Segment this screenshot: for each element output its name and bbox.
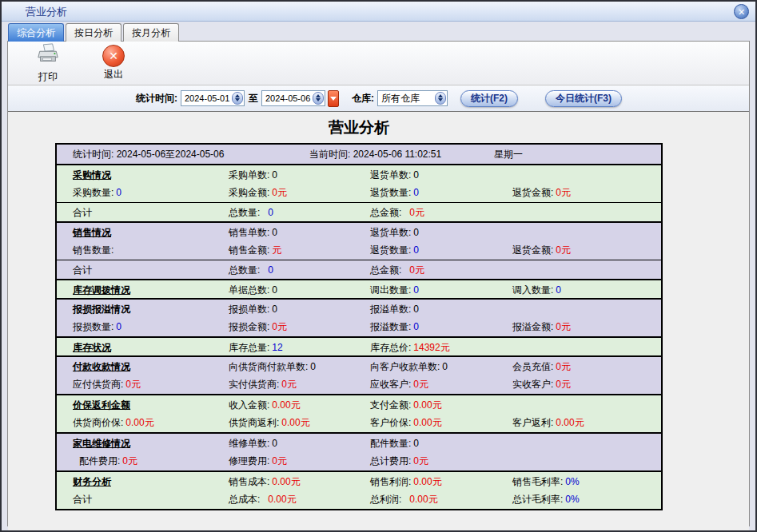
report-cell: 统计时间: 2024-05-06至2024-05-06 bbox=[73, 145, 224, 164]
spinner-up-icon bbox=[316, 94, 321, 97]
report-row: 销售情况销售单数:0退货单数:0 bbox=[57, 221, 661, 240]
report-cell: 修理费用:0元 bbox=[229, 451, 287, 470]
report-cell: 退货金额:0元 bbox=[512, 240, 571, 260]
report-cell: 总计费用:0元 bbox=[370, 451, 428, 470]
app-window: 营业分析 ✕ 综合分析 按日分析 按月分析 打印 bbox=[0, 0, 757, 532]
report-cell: 报损单数:0 bbox=[229, 300, 277, 319]
main-panel: 打印 ✕ 退出 统计时间: 2024-05-01 至 2024-05-06 仓库… bbox=[7, 41, 750, 526]
report-row: 家电维修情况维修单数:0配件数量:0 bbox=[57, 432, 661, 451]
today-statistics-button[interactable]: 今日统计(F3) bbox=[545, 90, 622, 107]
report-area: 营业分析 统计时间: 2024-05-06至2024-05-06当前时间: 20… bbox=[8, 117, 749, 530]
report-cell: 销售数量: bbox=[73, 240, 114, 260]
spinner-down-icon bbox=[316, 98, 321, 101]
report-cell: 供货商价保:0.00元 bbox=[73, 413, 154, 432]
report-cell: 报溢数量:0 bbox=[370, 317, 419, 336]
report-cell: 总成本:0.00元 bbox=[229, 490, 297, 509]
close-button[interactable]: ✕ bbox=[734, 4, 749, 19]
report-row: 付款收款情况向供货商付款单数:0向客户收款单数:0会员充值:0元 bbox=[57, 355, 661, 375]
report-cell: 客户返利:0.00元 bbox=[512, 413, 584, 432]
report-row: 库存调拨情况单据总数:0调出数量:0调入数量:0 bbox=[57, 279, 661, 298]
tab-daily-analysis[interactable]: 按日分析 bbox=[66, 23, 122, 42]
date-from-spinner[interactable] bbox=[232, 92, 243, 105]
report-row: 报损数量:0报损金额:0元报溢数量:0报溢金额:0元 bbox=[57, 317, 661, 336]
report-cell: 调出数量:0 bbox=[370, 280, 419, 300]
report-row: 应付供货商:0元实付供货商:0元应收客户:0元实收客户:0元 bbox=[57, 375, 661, 394]
report-cell: 销售单数:0 bbox=[229, 223, 277, 242]
report-cell: 价保返利金额 bbox=[73, 395, 130, 415]
warehouse-spinner[interactable] bbox=[435, 92, 446, 105]
report-cell: 家电维修情况 bbox=[73, 434, 130, 453]
report-row: 采购情况采购单数:0退货单数:0 bbox=[57, 164, 661, 183]
report-row: 合计总成本:0.00元总利润:0.00元总计毛利率:0% bbox=[57, 490, 661, 509]
report-cell: 销售金额:元 bbox=[229, 240, 281, 260]
report-cell: 财务分析 bbox=[73, 472, 111, 491]
exit-button[interactable]: ✕ 退出 bbox=[96, 45, 131, 81]
report-header-row: 统计时间: 2024-05-06至2024-05-06当前时间: 2024-05… bbox=[57, 145, 661, 164]
report-cell: 报损数量:0 bbox=[73, 317, 122, 336]
report-cell: 实收客户:0元 bbox=[512, 375, 571, 394]
close-icon: ✕ bbox=[735, 6, 748, 19]
tab-comprehensive-analysis[interactable]: 综合分析 bbox=[8, 23, 64, 42]
report-table: 统计时间: 2024-05-06至2024-05-06当前时间: 2024-05… bbox=[55, 143, 663, 510]
report-cell: 销售情况 bbox=[73, 223, 111, 242]
date-to-input[interactable]: 2024-05-06 bbox=[261, 90, 325, 106]
report-row: 配件费用:0元修理费用:0元总计费用:0元 bbox=[57, 451, 661, 470]
report-cell: 退货单数:0 bbox=[370, 165, 419, 185]
statistics-button[interactable]: 统计(F2) bbox=[460, 90, 518, 107]
report-cell: 供货商返利:0.00元 bbox=[229, 413, 310, 432]
date-from-value: 2024-05-01 bbox=[181, 93, 232, 103]
exit-button-label: 退出 bbox=[104, 68, 123, 81]
report-cell: 采购金额:0元 bbox=[229, 183, 287, 202]
report-cell: 实付供货商:0元 bbox=[229, 375, 297, 394]
report-row: 合计总数量:0总金额:0元 bbox=[57, 202, 661, 221]
report-cell: 当前时间: 2024-05-06 11:02:51 bbox=[309, 145, 441, 164]
exit-icon: ✕ bbox=[102, 45, 125, 67]
report-cell: 合计 bbox=[73, 203, 92, 222]
report-row: 库存状况库存总量:12库存总价:14392元 bbox=[57, 336, 661, 355]
report-cell: 退货数量:0 bbox=[370, 183, 419, 202]
spinner-up-icon bbox=[235, 94, 240, 97]
report-row: 价保返利金额收入金额:0.00元支付金额:0.00元 bbox=[57, 394, 661, 413]
report-row: 销售数量:销售金额:元退货数量:0退货金额:0元 bbox=[57, 240, 661, 260]
date-dropdown-button[interactable] bbox=[328, 90, 339, 107]
tab-monthly-analysis[interactable]: 按月分析 bbox=[123, 23, 179, 42]
report-cell: 合计 bbox=[73, 490, 92, 509]
dropdown-arrow-icon bbox=[330, 97, 337, 101]
report-cell: 会员充值:0元 bbox=[512, 357, 571, 376]
report-row: 报损报溢情况报损单数:0报溢单数:0 bbox=[57, 298, 661, 317]
report-cell: 库存总量:12 bbox=[229, 338, 283, 357]
tab-bar: 综合分析 按日分析 按月分析 bbox=[8, 23, 181, 42]
warehouse-select[interactable]: 所有仓库 bbox=[377, 90, 448, 106]
report-cell: 报损金额:0元 bbox=[229, 317, 287, 336]
report-cell: 采购数量:0 bbox=[73, 183, 122, 202]
report-cell: 单据总数:0 bbox=[229, 280, 277, 300]
print-button[interactable]: 打印 bbox=[30, 42, 66, 84]
report-cell: 总数量:0 bbox=[229, 260, 273, 280]
report-cell: 销售毛利率:0% bbox=[512, 472, 580, 491]
report-cell: 退货金额:0元 bbox=[512, 183, 571, 202]
spinner-down-icon bbox=[235, 98, 240, 101]
report-cell: 报溢单数:0 bbox=[370, 300, 419, 319]
report-cell: 退货数量:0 bbox=[370, 240, 419, 260]
report-cell: 总金额:0元 bbox=[370, 260, 424, 280]
report-cell: 销售成本:0.00元 bbox=[229, 472, 301, 491]
report-cell: 维修单数:0 bbox=[229, 434, 277, 453]
date-from-input[interactable]: 2024-05-01 bbox=[181, 90, 245, 106]
report-title: 营业分析 bbox=[55, 117, 663, 138]
report-cell: 向客户收款单数:0 bbox=[370, 357, 448, 376]
report-row: 合计总数量:0总金额:0元 bbox=[57, 260, 661, 279]
filter-bar: 统计时间: 2024-05-01 至 2024-05-06 仓库: 所有仓库 统… bbox=[8, 85, 749, 112]
report-cell: 合计 bbox=[73, 260, 92, 280]
report-cell: 总金额:0元 bbox=[370, 203, 424, 222]
report-cell: 库存调拨情况 bbox=[73, 280, 130, 300]
report-cell: 客户价保:0.00元 bbox=[370, 413, 442, 432]
report-cell: 总利润:0.00元 bbox=[370, 490, 438, 509]
date-to-spinner[interactable] bbox=[313, 92, 324, 105]
report-cell: 采购单数:0 bbox=[229, 165, 277, 185]
warehouse-value: 所有仓库 bbox=[378, 92, 435, 105]
report-cell: 调入数量:0 bbox=[512, 280, 561, 300]
report-cell: 总数量:0 bbox=[229, 203, 273, 222]
report-cell: 采购情况 bbox=[73, 165, 111, 185]
warehouse-label: 仓库: bbox=[352, 92, 374, 105]
report-row: 财务分析销售成本:0.00元销售利润:0.00元销售毛利率:0% bbox=[57, 470, 661, 490]
